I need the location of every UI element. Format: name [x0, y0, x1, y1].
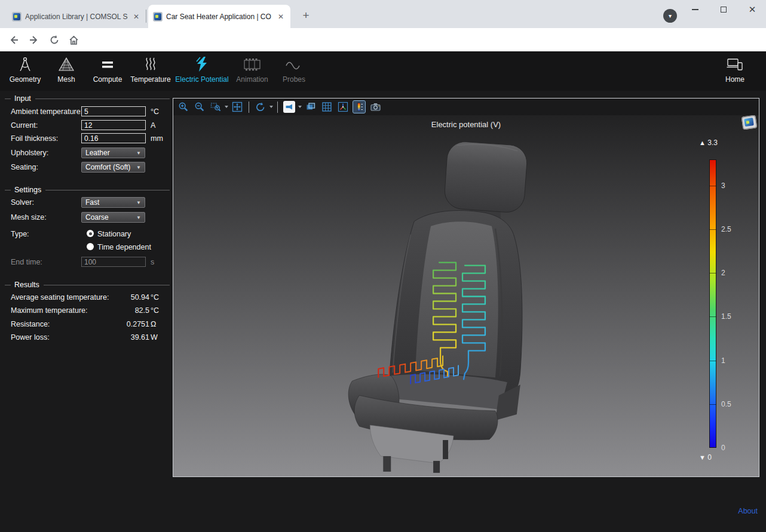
result-label: Resistance: [11, 320, 50, 328]
result-value: 82.5 [135, 306, 149, 315]
go-to-default-view-icon[interactable] [255, 101, 266, 113]
ambient-temperature-input[interactable] [81, 106, 146, 116]
geometry-compass-icon [17, 55, 33, 74]
zoom-out-icon[interactable] [194, 101, 206, 113]
tab-close-icon[interactable]: ✕ [276, 12, 286, 21]
mesh-size-dropdown[interactable]: Coarse ▼ [81, 212, 145, 223]
tab-separator [146, 10, 146, 23]
view-dropdown-caret[interactable] [269, 106, 273, 108]
field-row-mesh-size: Mesh size: Coarse ▼ [0, 212, 172, 224]
field-label: Foil thickness: [11, 134, 58, 143]
app-ribbon: Geometry Mesh Compute Temperature Electr… [0, 51, 766, 91]
section-title: Input [14, 94, 31, 103]
tab-close-icon[interactable]: ✕ [131, 12, 141, 21]
solver-dropdown[interactable]: Fast ▼ [81, 197, 145, 208]
film-strip-icon [243, 55, 261, 74]
car-seat-render [173, 115, 759, 476]
legend-tick-label: 1.5 [721, 312, 731, 321]
browser-navbar: comsol.com/server-demo/app/car_seat_heat… [0, 28, 766, 51]
forward-icon[interactable] [26, 32, 42, 48]
radio-time-dependent[interactable] [87, 243, 94, 250]
field-label: Current: [11, 121, 38, 130]
zoom-box-icon[interactable] [210, 101, 222, 113]
tab-application-library[interactable]: Application Library | COMSOL Se ✕ [7, 5, 146, 28]
ribbon-button-compute[interactable]: Compute [88, 55, 127, 88]
mesh-triangle-icon [58, 55, 75, 74]
sine-wave-icon [285, 55, 303, 74]
axis-orientation-icon[interactable] [337, 101, 349, 113]
devices-home-icon [726, 55, 744, 74]
graphics-toolbar [173, 99, 759, 115]
zoom-in-icon[interactable] [177, 101, 189, 113]
field-row-type-2: Time dependent [0, 242, 172, 254]
current-input[interactable] [81, 120, 146, 130]
browser-titlebar: Application Library | COMSOL Se ✕ Car Se… [0, 0, 766, 28]
lightning-bolt-icon [194, 55, 210, 74]
radio-stationary[interactable] [87, 230, 94, 237]
legend-tick [709, 273, 716, 273]
dropdown-value: Fast [85, 198, 99, 207]
reload-icon[interactable] [47, 32, 62, 48]
result-label: Power loss: [11, 333, 50, 342]
plot-3d-view[interactable]: Electric potential (V) [173, 115, 759, 476]
zoom-extents-icon[interactable] [231, 101, 243, 113]
ribbon-button-mesh[interactable]: Mesh [49, 55, 84, 88]
legend-tick [709, 316, 716, 317]
field-unit: s [151, 258, 154, 266]
field-label: Ambient temperature: [11, 107, 82, 116]
field-row-upholstery: Upholstery: Leather ▼ [0, 147, 172, 159]
field-label: Solver: [11, 198, 34, 207]
ribbon-button-temperature[interactable]: Temperature [128, 55, 173, 88]
foil-thickness-input[interactable] [81, 133, 146, 143]
ribbon-label: Compute [93, 75, 122, 84]
ribbon-button-electric-potential[interactable]: Electric Potential [177, 55, 227, 88]
zoom-box-dropdown-caret[interactable] [225, 106, 228, 108]
field-unit: °C [151, 107, 159, 116]
result-unit: °C [151, 293, 159, 302]
window-maximize-button[interactable] [710, 0, 737, 19]
new-tab-button[interactable]: + [298, 7, 314, 24]
downloads-bubble-icon[interactable]: ▾ [663, 9, 677, 23]
chevron-down-icon: ▼ [136, 215, 141, 220]
field-row-current: Current: A [0, 120, 172, 132]
tab-title: Car Seat Heater Application | CO [166, 13, 272, 21]
result-row: Resistance: 0.2751 Ω [0, 320, 172, 331]
toolbar-separator [249, 102, 249, 113]
compute-equals-icon [100, 55, 115, 74]
grid-icon[interactable] [321, 101, 333, 113]
window-minimize-button[interactable] [681, 0, 709, 19]
dropdown-value: Comfort (Soft) [85, 163, 130, 171]
legend-tick-label: 0 [721, 444, 725, 452]
field-row-ambient: Ambient temperature: °C [0, 106, 172, 118]
radio-label: Time dependent [97, 243, 151, 251]
field-unit: mm [151, 134, 163, 143]
ribbon-label: Mesh [57, 75, 75, 84]
seating-dropdown[interactable]: Comfort (Soft) ▼ [81, 162, 145, 173]
legend-tick [709, 186, 716, 186]
ribbon-label: Probes [283, 75, 305, 84]
upholstery-dropdown[interactable]: Leather ▼ [81, 147, 145, 158]
tab-car-seat-heater[interactable]: Car Seat Heater Application | CO ✕ [148, 5, 290, 28]
about-link[interactable]: About [738, 507, 758, 515]
window-close-button[interactable]: ✕ [739, 0, 766, 19]
ribbon-label: Geometry [10, 75, 41, 84]
scene-light-dropdown-caret[interactable] [298, 106, 302, 108]
ribbon-button-geometry[interactable]: Geometry [6, 55, 44, 88]
snapshot-camera-icon[interactable] [369, 101, 381, 113]
scene-light-icon[interactable] [283, 101, 295, 113]
graphics-panel: Electric potential (V) [173, 98, 759, 477]
heat-waves-icon [143, 55, 158, 74]
transparency-icon[interactable] [305, 101, 317, 113]
result-unit: W [151, 333, 158, 342]
ribbon-button-home[interactable]: Home [717, 55, 753, 88]
result-row: Average seating temperature: 50.94 °C [0, 293, 172, 304]
chevron-down-icon: ▼ [136, 165, 141, 170]
field-row-solver: Solver: Fast ▼ [0, 197, 172, 209]
result-value: 0.2751 [127, 320, 149, 328]
ribbon-label: Electric Potential [175, 75, 228, 84]
back-icon[interactable] [6, 32, 22, 48]
home-icon[interactable] [66, 32, 81, 48]
color-legend-icon[interactable] [353, 101, 365, 113]
legend-tick-label: 3 [721, 182, 725, 190]
tab-title: Application Library | COMSOL Se [25, 13, 128, 21]
